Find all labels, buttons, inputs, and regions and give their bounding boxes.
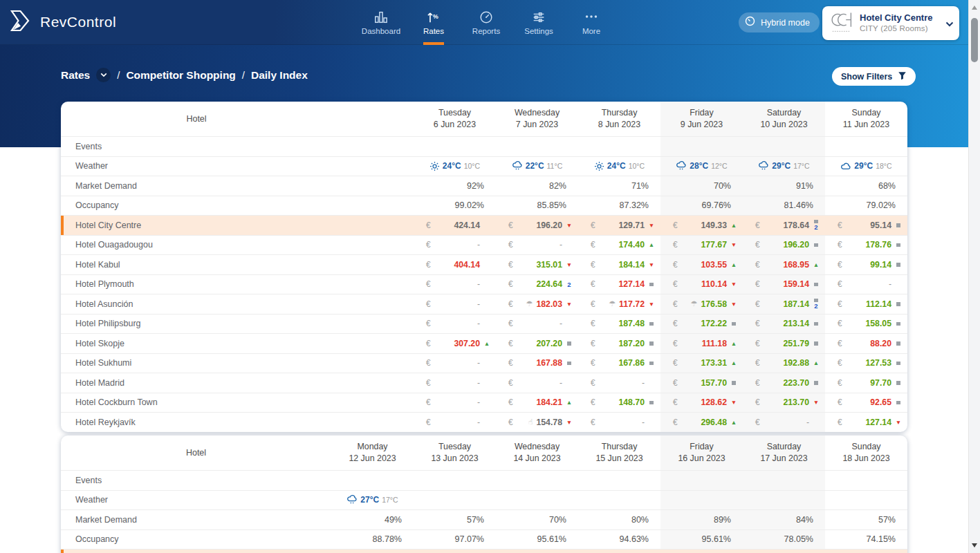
rate-cell[interactable]: €- xyxy=(496,315,578,334)
rate-cell[interactable]: €177.67▼ xyxy=(660,236,743,255)
rate-cell[interactable]: €☝154.78▼ xyxy=(496,413,578,432)
rate-cell[interactable]: €213.14 xyxy=(743,315,825,334)
rate-cell[interactable]: €178.76 xyxy=(825,236,907,255)
rate-cell[interactable]: €296.48▲ xyxy=(660,413,743,432)
rate-cell[interactable]: €196.20▼ xyxy=(496,216,578,235)
hybrid-mode-button[interactable]: Hybrid mode xyxy=(739,12,820,32)
trend-up-icon: ▲ xyxy=(813,262,819,268)
rate-cell[interactable]: €178.642 xyxy=(743,216,825,235)
rate-cell[interactable]: €196.20 xyxy=(743,236,825,255)
currency-symbol: € xyxy=(755,319,760,328)
rate-value: 213.14 xyxy=(783,319,809,328)
rate-indicator: ▼ xyxy=(729,242,739,248)
breadcrumb-rates[interactable]: Rates xyxy=(61,69,90,82)
scroll-up-arrow-icon[interactable] xyxy=(972,6,977,10)
square-indicator-icon xyxy=(814,322,818,326)
currency-symbol: € xyxy=(673,358,678,368)
rate-cell[interactable]: €167.88 xyxy=(496,354,578,373)
rate-cell[interactable]: €99.14 xyxy=(825,255,907,274)
rate-cell[interactable]: €☂182.03▼ xyxy=(496,294,578,314)
rate-cell[interactable]: €223.70 xyxy=(743,373,825,393)
currency-symbol: € xyxy=(838,279,842,289)
rate-cell[interactable]: €404.14 xyxy=(414,255,496,274)
breadcrumb-competitor-shopping[interactable]: Competitor Shopping xyxy=(126,69,235,82)
rate-cell[interactable]: €- xyxy=(578,413,660,432)
rate-cell[interactable]: €307.20▲ xyxy=(414,334,496,353)
rate-cell[interactable]: €168.95▲ xyxy=(743,255,825,274)
rate-cell[interactable]: €127.14▼ xyxy=(825,413,907,432)
table-row: Market Demand92%82%71%70%91%68% xyxy=(61,176,907,196)
rate-value: 149.33 xyxy=(701,221,727,230)
vertical-scrollbar[interactable] xyxy=(968,0,980,553)
rate-cell[interactable]: €424.14 xyxy=(414,216,496,235)
rate-cell[interactable]: €184.21▲ xyxy=(496,393,578,413)
rate-cell[interactable]: €127.53 xyxy=(825,354,907,373)
parasol-icon: ☂ xyxy=(526,299,533,308)
currency-symbol: € xyxy=(591,319,595,328)
nav-item-more[interactable]: More xyxy=(565,0,618,45)
rate-cell[interactable]: €173.31▲ xyxy=(660,354,743,373)
rate-cell[interactable]: €159.14 xyxy=(743,275,825,294)
rate-cell[interactable]: €- xyxy=(414,275,496,294)
scroll-down-arrow-icon[interactable] xyxy=(972,543,977,547)
rate-cell[interactable]: €- xyxy=(743,413,825,432)
rate-cell[interactable]: €112.14 xyxy=(825,294,907,314)
rate-cell[interactable]: €88.20 xyxy=(825,334,907,353)
rate-cell[interactable]: €213.70▼ xyxy=(743,393,825,413)
rate-cell[interactable]: €224.642 xyxy=(496,275,578,294)
rate-cell[interactable]: €- xyxy=(496,373,578,393)
rate-cell[interactable]: €- xyxy=(414,294,496,314)
rate-cell[interactable]: €- xyxy=(414,354,496,373)
currency-symbol: € xyxy=(838,358,842,368)
rate-cell[interactable]: €92.65 xyxy=(825,393,907,413)
rate-cell[interactable]: €187.20 xyxy=(578,334,660,353)
rate-cell[interactable]: €- xyxy=(414,236,496,255)
rate-cell[interactable]: €187.48 xyxy=(578,315,660,334)
nav-item-settings[interactable]: Settings xyxy=(512,0,565,45)
rate-cell[interactable]: €207.20 xyxy=(496,334,578,353)
rate-cell[interactable]: €158.05 xyxy=(825,315,907,334)
hybrid-mode-label: Hybrid mode xyxy=(761,18,810,28)
rate-cell[interactable]: €187.142 xyxy=(743,294,825,314)
nav-item-reports[interactable]: Reports xyxy=(460,0,512,45)
rate-cell[interactable]: €127.14 xyxy=(578,275,660,294)
rate-cell[interactable]: €- xyxy=(578,373,660,393)
nav-item-dashboard[interactable]: Dashboard xyxy=(355,0,407,45)
rate-cell[interactable]: €315.01▼ xyxy=(496,255,578,274)
rate-cell[interactable]: €97.70 xyxy=(825,373,907,393)
rate-cell[interactable]: €111.18▲ xyxy=(660,334,743,353)
rate-cell[interactable]: €- xyxy=(496,236,578,255)
nav-item-rates[interactable]: %Rates xyxy=(407,0,460,45)
rate-cell[interactable]: €☂117.72▼ xyxy=(578,294,660,314)
rate-cell[interactable]: €- xyxy=(414,413,496,432)
day-date: 7 Jun 2023 xyxy=(516,119,558,131)
rate-cell[interactable]: €157.70 xyxy=(660,373,743,393)
rate-cell[interactable]: €148.70 xyxy=(578,393,660,413)
rate-cell[interactable]: €103.55▲ xyxy=(660,255,743,274)
rate-indicator xyxy=(564,341,574,346)
rate-cell[interactable]: €- xyxy=(414,393,496,413)
show-filters-button[interactable]: Show Filters xyxy=(832,67,916,86)
rate-cell[interactable]: €251.79 xyxy=(743,334,825,353)
rate-cell[interactable]: €184.14▼ xyxy=(578,255,660,274)
currency-symbol: € xyxy=(673,299,678,309)
rate-cell[interactable]: €172.22 xyxy=(660,315,743,334)
square-indicator-icon xyxy=(567,341,571,346)
scrollbar-thumb[interactable] xyxy=(971,18,978,62)
rate-indicator: ▼ xyxy=(564,262,574,268)
rate-cell[interactable]: €95.14 xyxy=(825,216,907,235)
hotel-selector[interactable]: Hotel City Centre CITY (205 Rooms) xyxy=(822,6,959,40)
rate-cell[interactable]: €174.40▲ xyxy=(578,236,660,255)
rate-cell[interactable]: €129.71▼ xyxy=(578,216,660,235)
rate-cell[interactable]: €- xyxy=(414,373,496,393)
rate-cell[interactable]: €167.86 xyxy=(578,354,660,373)
rate-cell[interactable]: €- xyxy=(414,315,496,334)
rate-cell[interactable]: €128.62▼ xyxy=(660,393,743,413)
rate-cell[interactable]: €192.88▲ xyxy=(743,354,825,373)
rate-cell[interactable]: €- xyxy=(825,275,907,294)
rate-cell[interactable]: €149.33▲ xyxy=(660,216,743,235)
rate-cell[interactable]: €☂176.58▼ xyxy=(660,294,743,314)
rate-indicator: ▼ xyxy=(564,420,574,426)
breadcrumb-dropdown-button[interactable] xyxy=(96,68,111,82)
rate-cell[interactable]: €110.14▼ xyxy=(660,275,743,294)
